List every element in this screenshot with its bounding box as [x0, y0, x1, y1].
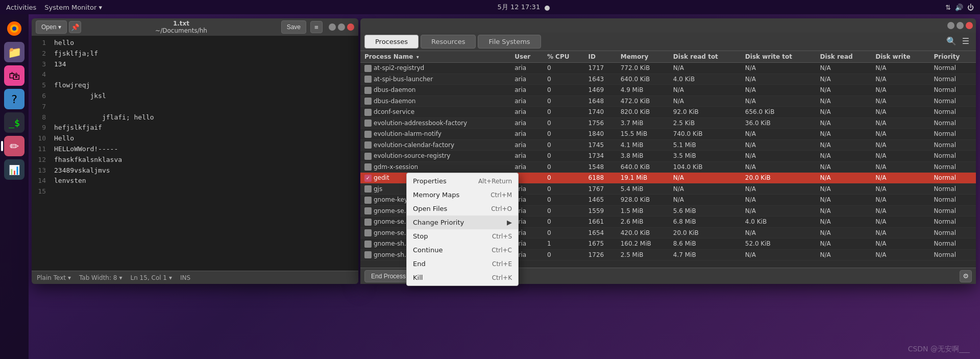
- process-name-cell: evolution-alarm-notify: [360, 129, 510, 140]
- col-id[interactable]: ID: [584, 51, 617, 63]
- maximize-button[interactable]: [338, 23, 345, 31]
- col-memory[interactable]: Memory: [617, 51, 669, 63]
- col-disk-read[interactable]: Disk read: [816, 51, 872, 63]
- svg-point-2: [12, 27, 16, 31]
- ctx-open-files[interactable]: Open Files Ctrl+O: [407, 202, 518, 216]
- process-name-cell: evolution-addressbook-factory: [360, 117, 510, 129]
- dock-icon-monitor[interactable]: 📊: [4, 159, 24, 180]
- process-name-cell: dbus-daemon: [360, 95, 510, 107]
- table-row[interactable]: dbus-daemonaria014694.9 MiBN/AN/AN/AN/AN…: [360, 85, 976, 96]
- table-row[interactable]: dconf-servicearia01740820.0 KiB92.0 KiB6…: [360, 107, 976, 118]
- process-icon: [364, 207, 372, 214]
- settings-button[interactable]: ⚙: [960, 270, 972, 282]
- ctx-memory-maps[interactable]: Memory Maps Ctrl+M: [407, 188, 518, 202]
- col-disk-read-total[interactable]: Disk read tot: [669, 51, 741, 63]
- search-button[interactable]: 🔍: [945, 35, 958, 47]
- process-icon: [364, 87, 372, 94]
- col-disk-write[interactable]: Disk write: [871, 51, 929, 63]
- language-indicator[interactable]: Plain Text ▾: [37, 274, 71, 281]
- col-process-name[interactable]: Process Name ▾: [360, 51, 510, 63]
- context-menu: Properties Alt+Return Memory Maps Ctrl+M…: [406, 173, 519, 286]
- table-row[interactable]: evolution-alarm-notifyaria0184015.5 MiB7…: [360, 129, 976, 140]
- monitor-max-btn[interactable]: [957, 22, 964, 29]
- table-row[interactable]: evolution-source-registryaria017343.8 Mi…: [360, 151, 976, 162]
- process-icon: [364, 229, 372, 236]
- desktop: 📁 🛍 ? _$ ✏ 📊 Open ▾ 📌 1.txt: [0, 14, 980, 359]
- hamburger-button[interactable]: ≡: [310, 21, 323, 33]
- monitor-min-btn[interactable]: [947, 22, 954, 29]
- process-name-cell: gdm-x-session: [360, 161, 510, 173]
- col-cpu[interactable]: % CPU: [543, 51, 584, 63]
- code-content[interactable]: hello fjsklfjа;lf 134 flowjreqj jksl jfl…: [50, 38, 358, 269]
- process-name-cell: evolution-calendar-factory: [360, 139, 510, 151]
- topbar-center: 5月 12 17:31 ●: [498, 3, 550, 12]
- monitor-close-btn[interactable]: [966, 22, 973, 29]
- col-priority[interactable]: Priority: [930, 51, 976, 63]
- dock-icon-software[interactable]: 🛍: [4, 65, 24, 86]
- save-button[interactable]: Save: [281, 20, 306, 34]
- process-icon: [364, 131, 372, 138]
- power-icon[interactable]: ⏻: [967, 4, 974, 11]
- end-process-button[interactable]: End Process: [364, 270, 412, 282]
- process-icon: [364, 251, 372, 258]
- ctx-kill[interactable]: Kill Ctrl+K: [407, 271, 518, 284]
- minimize-button[interactable]: [329, 23, 336, 31]
- tab-processes[interactable]: Processes: [364, 35, 419, 49]
- process-icon: [364, 65, 372, 72]
- dock-icon-files[interactable]: 📁: [4, 42, 24, 62]
- col-user[interactable]: User: [510, 51, 543, 63]
- process-icon: [364, 219, 372, 226]
- table-row[interactable]: evolution-calendar-factoryaria017454.1 M…: [360, 139, 976, 151]
- dock-icon-editor[interactable]: ✏: [4, 136, 24, 156]
- topbar: Activities System Monitor ▾ 5月 12 17:31 …: [0, 0, 980, 14]
- ctx-properties[interactable]: Properties Alt+Return: [407, 174, 518, 188]
- process-name-cell: at-spi2-registryd: [360, 63, 510, 74]
- process-icon: [364, 185, 372, 193]
- editor-content: 12345 678910 1112131415 hello fjsklfjа;l…: [32, 36, 358, 271]
- tab-width-indicator[interactable]: Tab Width: 8 ▾: [79, 274, 122, 281]
- process-icon: [364, 98, 372, 105]
- dock-icon-firefox[interactable]: [4, 18, 24, 39]
- network-icon: ⇅: [945, 4, 951, 11]
- monitor-titlebar: [360, 18, 976, 33]
- insert-mode-indicator: INS: [180, 274, 190, 281]
- app-title: System Monitor ▾: [44, 4, 102, 11]
- table-row[interactable]: at-spi2-registrydaria01717772.0 KiBN/AN/…: [360, 63, 976, 74]
- process-icon: [364, 141, 372, 149]
- editor-filename: 1.txt: [173, 20, 189, 27]
- process-icon: [364, 241, 372, 248]
- tab-resources[interactable]: Resources: [421, 35, 476, 49]
- clock-dot: ●: [544, 4, 550, 11]
- dock-icon-help[interactable]: ?: [4, 89, 24, 109]
- ctx-change-priority[interactable]: Change Priority ▶: [407, 216, 518, 229]
- col-disk-write-total[interactable]: Disk write tot: [741, 51, 816, 63]
- ctx-continue[interactable]: Continue Ctrl+C: [407, 243, 518, 257]
- table-row[interactable]: evolution-addressbook-factoryaria017563.…: [360, 117, 976, 129]
- monitor-tabs: Processes Resources File Systems 🔍 ☰: [360, 33, 976, 51]
- close-button[interactable]: [347, 23, 354, 31]
- clock: 5月 12 17:31: [498, 3, 541, 12]
- process-name-cell: dconf-service: [360, 107, 510, 118]
- open-button[interactable]: Open ▾: [36, 20, 67, 34]
- table-row[interactable]: at-spi-bus-launcheraria01643640.0 KiB4.0…: [360, 74, 976, 85]
- activities-label[interactable]: Activities: [6, 4, 36, 11]
- pin-button[interactable]: 📌: [69, 21, 81, 33]
- process-name-cell: evolution-source-registry: [360, 151, 510, 162]
- process-name-cell: at-spi-bus-launcher: [360, 74, 510, 85]
- dock-icon-terminal[interactable]: _$: [4, 112, 24, 133]
- process-icon: [364, 163, 372, 171]
- process-icon: [364, 153, 372, 160]
- process-icon: [364, 197, 372, 204]
- table-row[interactable]: dbus-daemonaria01648472.0 KiBN/AN/AN/AN/…: [360, 95, 976, 107]
- menu-button[interactable]: ☰: [960, 35, 972, 47]
- ctx-end[interactable]: End Ctrl+E: [407, 257, 518, 271]
- position-indicator[interactable]: Ln 15, Col 1 ▾: [131, 274, 173, 281]
- ctx-stop[interactable]: Stop Ctrl+S: [407, 229, 518, 243]
- open-dropdown-icon[interactable]: ▾: [58, 23, 61, 31]
- editor-filepath: ~/Documents/hh: [155, 27, 207, 34]
- editor-title-area: 1.txt ~/Documents/hh: [83, 20, 279, 34]
- tab-filesystems[interactable]: File Systems: [478, 35, 541, 49]
- editor-statusbar: Plain Text ▾ Tab Width: 8 ▾ Ln 15, Col 1…: [32, 271, 358, 284]
- topbar-left: Activities System Monitor ▾: [6, 4, 102, 11]
- table-row[interactable]: gdm-x-sessionaria01548640.0 KiB104.0 KiB…: [360, 161, 976, 173]
